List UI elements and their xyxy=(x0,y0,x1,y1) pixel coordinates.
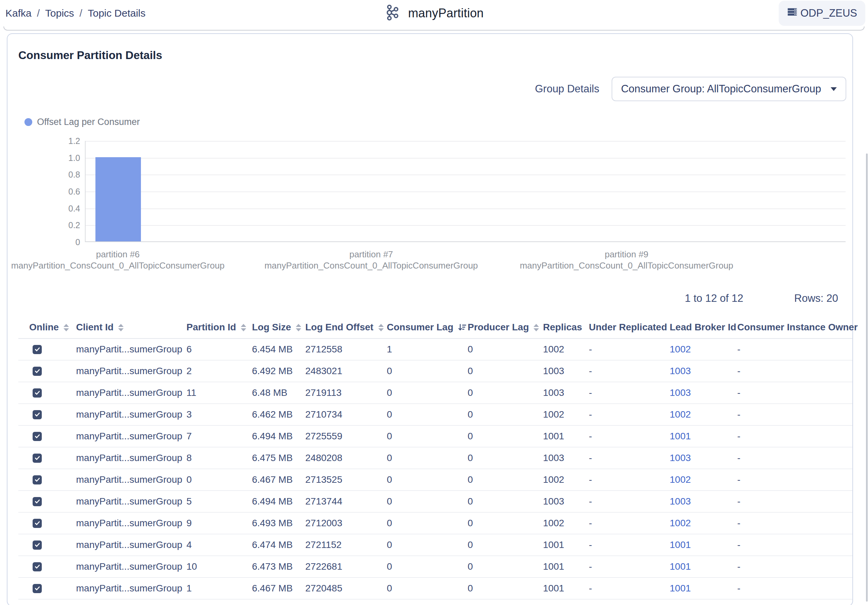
category-partition: partition #6 xyxy=(0,249,247,260)
log-size-value: 6.473 MB xyxy=(252,561,293,572)
log-end-offset-value: 2710734 xyxy=(305,409,342,419)
under-replicated-cell: - xyxy=(589,426,670,447)
partition-id-cell: 0 xyxy=(186,469,252,490)
table-row: manyPartit...sumerGroup96.493 MB27120030… xyxy=(19,512,852,534)
consumer-instance-owner-cell: - xyxy=(737,426,852,447)
cluster-button[interactable]: ODP_ZEUS xyxy=(779,1,865,26)
lead-broker-id-cell: 1002 xyxy=(670,469,737,490)
sort-icon xyxy=(378,324,384,331)
table-row: manyPartit...sumerGroup116.48 MB27191130… xyxy=(19,382,852,404)
log-end-offset-value: 2722681 xyxy=(305,561,342,572)
column-header-label: Consumer Lag xyxy=(387,322,453,333)
gridline xyxy=(85,141,846,142)
rows-per-page[interactable]: Rows: 20 xyxy=(794,292,838,305)
log-size-value: 6.475 MB xyxy=(252,453,293,463)
chart-legend[interactable]: Offset Lag per Consumer xyxy=(25,117,852,127)
lead-broker-id-value[interactable]: 1003 xyxy=(670,453,691,463)
consumer-instance-owner-value: - xyxy=(737,583,740,593)
lead-broker-id-value[interactable]: 1001 xyxy=(670,431,691,441)
cluster-button-label: ODP_ZEUS xyxy=(800,7,857,19)
log-end-offset-value: 2713525 xyxy=(305,474,342,485)
lead-broker-id-value[interactable]: 1003 xyxy=(670,387,691,398)
consumer-lag-cell: 0 xyxy=(387,556,468,577)
producer-lag-value: 0 xyxy=(468,431,473,441)
lead-broker-id-value[interactable]: 1003 xyxy=(670,496,691,506)
log-end-offset-value: 2483021 xyxy=(305,366,342,376)
under-replicated-value: - xyxy=(589,409,592,419)
log-size-cell: 6.473 MB xyxy=(252,556,305,577)
panel-title: Consumer Partition Details xyxy=(19,49,852,62)
lead-broker-id-value[interactable]: 1002 xyxy=(670,518,691,528)
lead-broker-id-value[interactable]: 1002 xyxy=(670,474,691,485)
column-header-online[interactable]: Online xyxy=(19,316,76,339)
consumer-lag-value: 0 xyxy=(387,540,392,550)
online-checkbox[interactable] xyxy=(33,453,42,463)
page-scrollbar[interactable] xyxy=(866,153,868,602)
client-id-cell: manyPartit...sumerGroup xyxy=(76,339,186,360)
partition-id-cell: 1 xyxy=(186,577,252,599)
table-row: manyPartit...sumerGroup76.494 MB27255590… xyxy=(19,426,852,447)
breadcrumb-item-topics[interactable]: Topics xyxy=(45,8,74,19)
x-axis-category-label: partition #7 manyPartition_ConsCount_0_A… xyxy=(242,249,500,271)
server-stack-icon xyxy=(787,6,798,20)
online-checkbox[interactable] xyxy=(33,519,42,528)
online-checkbox[interactable] xyxy=(33,562,42,571)
client-id-value: manyPartit...sumerGroup xyxy=(76,366,182,376)
online-checkbox[interactable] xyxy=(33,432,42,441)
online-checkbox[interactable] xyxy=(33,475,42,484)
online-checkbox[interactable] xyxy=(33,497,42,506)
lead-broker-id-cell: 1003 xyxy=(670,360,737,382)
column-header-log-size[interactable]: Log Size xyxy=(252,316,305,339)
lead-broker-id-value[interactable]: 1001 xyxy=(670,561,691,572)
online-checkbox[interactable] xyxy=(33,584,42,593)
client-id-value: manyPartit...sumerGroup xyxy=(76,583,182,593)
y-axis-tick-label: 1.2 xyxy=(8,136,80,146)
breadcrumb-separator: / xyxy=(79,8,82,19)
producer-lag-cell: 0 xyxy=(468,490,543,512)
log-size-cell: 6.474 MB xyxy=(252,534,305,556)
lead-broker-id-value[interactable]: 1001 xyxy=(670,540,691,550)
online-checkbox[interactable] xyxy=(33,345,42,354)
consumer-instance-owner-value: - xyxy=(737,474,740,485)
column-header-consumer-instance-owner: Consumer Instance Owner xyxy=(737,316,852,339)
topic-title: manyPartition xyxy=(384,5,484,22)
under-replicated-value: - xyxy=(589,540,592,550)
table-row: manyPartit...sumerGroup26.492 MB24830210… xyxy=(19,360,852,382)
consumer-lag-cell: 0 xyxy=(387,426,468,447)
lead-broker-id-value[interactable]: 1002 xyxy=(670,344,691,354)
consumer-group-dropdown[interactable]: Consumer Group: AllTopicConsumerGroup xyxy=(612,77,846,101)
lead-broker-id-value[interactable]: 1001 xyxy=(670,583,691,593)
under-replicated-cell: - xyxy=(589,447,670,469)
partition-id-cell: 2 xyxy=(186,360,252,382)
category-consumer: manyPartition_ConsCount_0_AllTopicConsum… xyxy=(0,260,247,271)
online-checkbox[interactable] xyxy=(33,367,42,376)
column-header-client-id[interactable]: Client Id xyxy=(76,316,186,339)
column-header-producer-lag[interactable]: Producer Lag xyxy=(468,316,543,339)
online-checkbox[interactable] xyxy=(33,388,42,398)
legend-dot-icon xyxy=(25,118,32,126)
lead-broker-id-value[interactable]: 1003 xyxy=(670,366,691,376)
online-checkbox[interactable] xyxy=(33,410,42,419)
column-header-partition-id[interactable]: Partition Id xyxy=(186,316,252,339)
partition-id-value: 3 xyxy=(186,409,192,419)
lead-broker-id-value[interactable]: 1002 xyxy=(670,409,691,419)
log-end-offset-cell: 2712003 xyxy=(305,512,387,534)
client-id-cell: manyPartit...sumerGroup xyxy=(76,360,186,382)
column-header-log-end-offset[interactable]: Log End Offset xyxy=(305,316,387,339)
log-size-cell: 6.48 MB xyxy=(252,382,305,404)
consumer-lag-cell: 1 xyxy=(387,339,468,360)
y-axis-tick-label: 0.2 xyxy=(8,220,80,230)
breadcrumb-item-kafka[interactable]: Kafka xyxy=(5,8,32,19)
partition-id-cell: 3 xyxy=(186,404,252,426)
consumer-instance-owner-cell: - xyxy=(737,556,852,577)
log-size-value: 6.467 MB xyxy=(252,583,293,593)
online-cell xyxy=(19,556,76,577)
table-header-row: OnlineClient IdPartition IdLog SizeLog E… xyxy=(19,316,852,339)
online-checkbox[interactable] xyxy=(33,540,42,550)
replicas-value: 1002 xyxy=(543,409,564,419)
column-header-consumer-lag[interactable]: Consumer Lag xyxy=(387,316,468,339)
log-end-offset-cell: 2712558 xyxy=(305,339,387,360)
table-row: manyPartit...sumerGroup86.475 MB24802080… xyxy=(19,447,852,469)
consumer-instance-owner-value: - xyxy=(737,431,740,441)
category-consumer: manyPartition_ConsCount_0_AllTopicConsum… xyxy=(242,260,500,271)
